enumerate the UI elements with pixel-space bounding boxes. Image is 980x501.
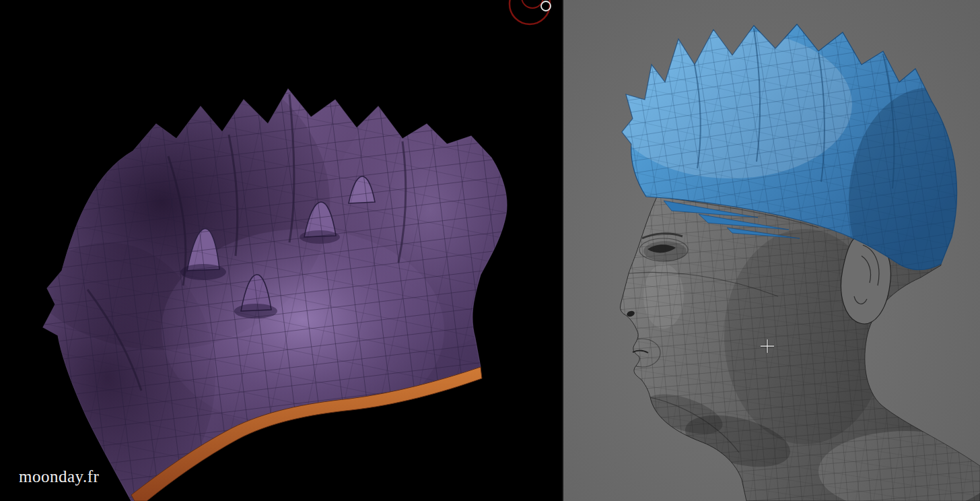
left-viewport[interactable]: moonday.fr xyxy=(0,0,563,501)
brush-cursor-icon xyxy=(510,0,551,24)
watermark: moonday.fr xyxy=(19,467,99,486)
viewport-divider xyxy=(562,0,563,501)
wireframe-grid-2 xyxy=(0,54,563,501)
screenshot-root: moonday.fr xyxy=(0,0,980,501)
purple-hair-mesh[interactable] xyxy=(0,54,563,501)
left-viewport-canvas xyxy=(0,0,563,501)
right-viewport-canvas xyxy=(563,0,980,501)
right-viewport[interactable] xyxy=(563,0,980,501)
